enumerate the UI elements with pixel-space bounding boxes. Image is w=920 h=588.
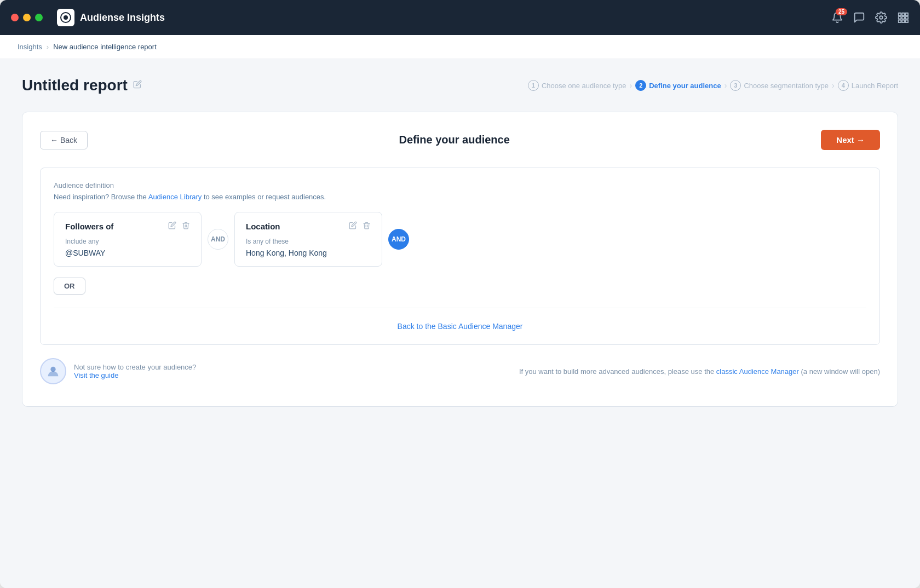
cond-icons-2 bbox=[349, 221, 371, 231]
cond-header-1: Followers of bbox=[65, 221, 190, 231]
notifications-icon[interactable]: 25 bbox=[831, 11, 843, 24]
cond-value-2: Hong Kong, Hong Kong bbox=[246, 249, 371, 257]
help-text-pre: Not sure how to create your audience? bbox=[74, 363, 196, 371]
logo-icon bbox=[57, 9, 74, 26]
bottom-bar: Not sure how to create your audience? Vi… bbox=[40, 345, 880, 389]
main-content: Untitled report 1 Choose one audience ty… bbox=[0, 59, 920, 588]
step-sep-2: › bbox=[725, 81, 727, 90]
bottom-left: Not sure how to create your audience? Vi… bbox=[40, 358, 196, 384]
breadcrumb: Insights › New audience intelligence rep… bbox=[0, 35, 920, 59]
report-title-text: Untitled report bbox=[22, 77, 128, 94]
report-title-group: Untitled report bbox=[22, 77, 142, 94]
cond-value-1: @SUBWAY bbox=[65, 249, 190, 257]
and-connector-2: AND bbox=[382, 229, 415, 250]
cond-title-2: Location bbox=[246, 222, 280, 231]
step-2: 2 Define your audience bbox=[635, 80, 721, 91]
svg-rect-5 bbox=[906, 13, 909, 16]
content-card: ← Back Define your audience Next → Audie… bbox=[22, 112, 898, 407]
svg-rect-8 bbox=[906, 16, 909, 19]
footer-link-row: Back to the Basic Audience Manager bbox=[54, 308, 866, 331]
or-button[interactable]: OR bbox=[54, 278, 85, 295]
breadcrumb-separator: › bbox=[47, 43, 49, 51]
cond-icons-1 bbox=[168, 221, 190, 231]
svg-point-2 bbox=[879, 16, 883, 19]
nav-right: 25 bbox=[831, 11, 909, 24]
step-1-num: 1 bbox=[528, 80, 539, 91]
and-connector-1: AND bbox=[202, 229, 234, 250]
cond-tag-1: Include any bbox=[65, 238, 190, 245]
svg-rect-3 bbox=[899, 13, 901, 16]
help-text: Not sure how to create your audience? Vi… bbox=[74, 363, 196, 379]
condition-followers-of: Followers of bbox=[54, 212, 202, 267]
and-badge-1: AND bbox=[208, 229, 228, 250]
and-badge-2: AND bbox=[388, 229, 409, 250]
step-3-label: Choose segmentation type bbox=[744, 82, 829, 90]
visit-guide-link[interactable]: Visit the guide bbox=[74, 371, 118, 379]
step-4-label: Launch Report bbox=[852, 82, 898, 90]
page-heading: Define your audience bbox=[332, 134, 576, 146]
chat-icon[interactable] bbox=[853, 11, 865, 24]
svg-rect-11 bbox=[906, 20, 909, 23]
next-button[interactable]: Next → bbox=[821, 130, 880, 150]
svg-rect-6 bbox=[899, 16, 901, 19]
bottom-right: If you want to build more advanced audie… bbox=[519, 367, 880, 376]
basic-audience-manager-link[interactable]: Back to the Basic Audience Manager bbox=[398, 322, 523, 331]
back-button[interactable]: ← Back bbox=[40, 131, 88, 149]
close-button[interactable] bbox=[11, 14, 19, 21]
help-avatar bbox=[40, 358, 66, 384]
delete-condition-1-icon[interactable] bbox=[182, 221, 190, 231]
audience-definition-box: Audience definition Need inspiration? Br… bbox=[40, 168, 880, 345]
app-logo: Audiense Insights bbox=[57, 9, 165, 26]
audience-library-link[interactable]: Audience Library bbox=[148, 193, 202, 201]
maximize-button[interactable] bbox=[35, 14, 43, 21]
edit-condition-2-icon[interactable] bbox=[349, 221, 357, 231]
edit-title-icon[interactable] bbox=[133, 80, 142, 91]
delete-condition-2-icon[interactable] bbox=[363, 221, 371, 231]
conditions-row: Followers of bbox=[54, 212, 866, 267]
svg-rect-4 bbox=[902, 13, 905, 16]
cond-title-1: Followers of bbox=[65, 222, 113, 231]
step-2-label: Define your audience bbox=[649, 82, 721, 90]
classic-audience-manager-link[interactable]: classic Audience Manager bbox=[716, 367, 799, 376]
grid-icon[interactable] bbox=[897, 11, 909, 24]
top-toolbar: ← Back Define your audience Next → bbox=[40, 130, 880, 150]
cond-tag-2: Is any of these bbox=[246, 238, 371, 245]
svg-point-12 bbox=[50, 367, 55, 372]
step-3: 3 Choose segmentation type bbox=[730, 80, 829, 91]
app-title: Audiense Insights bbox=[80, 12, 165, 24]
svg-rect-9 bbox=[899, 20, 901, 23]
advanced-text-pre: If you want to build more advanced audie… bbox=[519, 367, 716, 376]
condition-location: Location bbox=[234, 212, 382, 267]
svg-rect-7 bbox=[902, 16, 905, 19]
breadcrumb-root[interactable]: Insights bbox=[18, 43, 42, 51]
cond-header-2: Location bbox=[246, 221, 371, 231]
step-1: 1 Choose one audience type bbox=[528, 80, 626, 91]
aud-def-desc: Need inspiration? Browse the Audience Li… bbox=[54, 193, 866, 201]
notification-badge: 25 bbox=[836, 8, 847, 15]
svg-rect-10 bbox=[902, 20, 905, 23]
aud-def-label: Audience definition bbox=[54, 181, 866, 189]
svg-point-1 bbox=[64, 15, 68, 20]
steps-indicator: 1 Choose one audience type › 2 Define yo… bbox=[528, 80, 898, 91]
report-header: Untitled report 1 Choose one audience ty… bbox=[22, 77, 898, 94]
minimize-button[interactable] bbox=[23, 14, 31, 21]
edit-condition-1-icon[interactable] bbox=[168, 221, 176, 231]
step-sep-1: › bbox=[630, 81, 633, 90]
breadcrumb-current: New audience intelligence report bbox=[53, 43, 157, 51]
step-sep-3: › bbox=[832, 81, 835, 90]
step-4: 4 Launch Report bbox=[838, 80, 898, 91]
step-1-label: Choose one audience type bbox=[542, 82, 626, 90]
aud-def-desc-post: to see examples or request audiences. bbox=[202, 193, 326, 201]
step-4-num: 4 bbox=[838, 80, 849, 91]
window-controls bbox=[11, 14, 43, 21]
advanced-text-post: (a new window will open) bbox=[799, 367, 880, 376]
step-2-num: 2 bbox=[635, 80, 646, 91]
aud-def-desc-pre: Need inspiration? Browse the bbox=[54, 193, 148, 201]
settings-icon[interactable] bbox=[875, 11, 887, 24]
step-3-num: 3 bbox=[730, 80, 741, 91]
